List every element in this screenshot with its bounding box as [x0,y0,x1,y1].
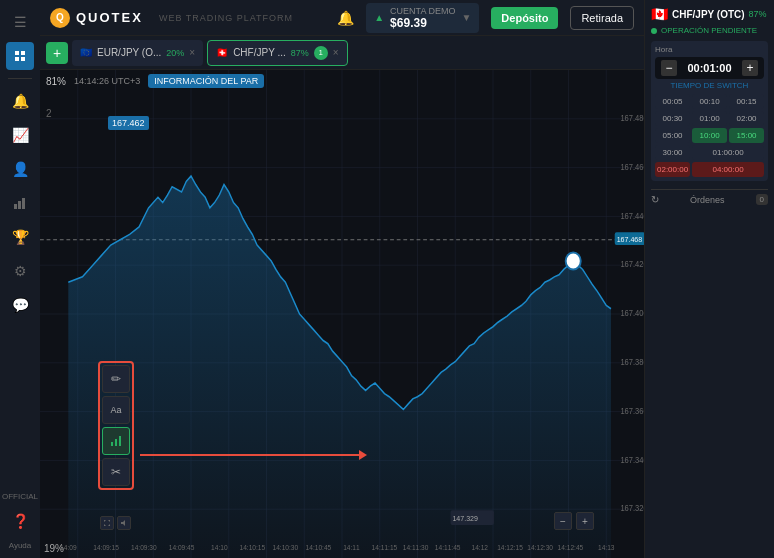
tab-eur-jpy[interactable]: 🇪🇺 EUR/JPY (O... 20% × [72,40,203,66]
time-section-label: Hora [655,45,764,54]
refresh-icon[interactable]: ↻ [651,194,659,205]
svg-text:14:09:15: 14:09:15 [93,543,119,550]
help-text: Ayuda [9,541,32,550]
orders-header: ↻ Órdenes 0 [651,194,768,205]
svg-text:167.340: 167.340 [620,455,644,465]
account-amount: $69.39 [390,16,455,30]
svg-text:14:12:15: 14:12:15 [497,543,523,550]
chart-info-bar: 81% 14:14:26 UTC+3 INFORMACIÓN DEL PAR [46,74,264,88]
time-grid: 00:05 00:10 00:15 00:30 01:00 02:00 05:0… [655,94,764,177]
time-btn-01-00-00[interactable]: 01:00:00 [692,145,764,160]
sidebar-user-icon[interactable]: 👤 [6,155,34,183]
svg-rect-65 [115,439,117,446]
sidebar-home-icon[interactable] [6,42,34,70]
bottom-pct: 19% [44,543,64,554]
chart-zoom-controls: − + [554,512,594,530]
account-label: CUENTA DEMO [390,6,455,16]
tab-eur-jpy-pct: 20% [166,48,184,58]
add-tab-button[interactable]: + [46,42,68,64]
tab-chf-jpy[interactable]: 🇨🇭 CHF/JPY ... 87% 1 × [207,40,347,66]
orders-label: Órdenes [690,195,725,205]
svg-text:14:11:45: 14:11:45 [435,543,461,550]
time-btn-02-00-00[interactable]: 02:00:00 [655,162,690,177]
svg-text:14:11:30: 14:11:30 [403,543,429,550]
sidebar-help-icon[interactable]: ❓ [6,507,34,535]
sidebar-chat-icon[interactable]: 💬 [6,291,34,319]
draw-tool-button[interactable]: ✏ [102,365,130,393]
text-tool-button[interactable]: Aa [102,396,130,424]
logo-icon: Q [50,8,70,28]
deposit-button[interactable]: Depósito [491,7,558,29]
time-btn-00-10[interactable]: 00:10 [692,94,727,109]
sidebar-chart-icon[interactable]: 📈 [6,121,34,149]
tabs-bar: + 🇪🇺 EUR/JPY (O... 20% × 🇨🇭 CHF/JPY ... … [40,36,644,70]
svg-rect-64 [111,442,113,446]
svg-text:14:11: 14:11 [343,543,360,550]
official-label: OFFICIAL [2,492,38,501]
svg-text:167.440: 167.440 [620,211,644,221]
time-btn-00-15[interactable]: 00:15 [729,94,764,109]
scissors-tool-button[interactable]: ✂ [102,458,130,486]
svg-rect-1 [21,51,25,55]
time-btn-04-00-00[interactable]: 04:00:00 [692,162,764,177]
time-btn-02-00[interactable]: 02:00 [729,111,764,126]
svg-text:167.380: 167.380 [620,358,644,368]
zoom-out-button[interactable]: − [554,512,572,530]
time-control: − 00:01:00 + [655,57,764,79]
pair-pct: 87% [749,9,767,19]
sidebar-trophy-icon[interactable]: 🏆 [6,223,34,251]
tab-eur-jpy-name: EUR/JPY (O... [97,47,161,58]
tab-chf-jpy-close[interactable]: × [333,47,339,58]
pending-dot [651,28,657,34]
svg-text:14:12:30: 14:12:30 [527,543,553,550]
withdraw-button[interactable]: Retirada [570,6,634,30]
svg-text:167.360: 167.360 [620,406,644,416]
time-btn-10-00[interactable]: 10:00 [692,128,727,143]
tab-chf-jpy-badge: 1 [314,46,328,60]
svg-text:167.468: 167.468 [617,234,643,244]
svg-text:14:10:45: 14:10:45 [306,543,332,550]
svg-rect-3 [21,57,25,61]
svg-rect-5 [18,201,21,209]
indicator-tool-button[interactable] [102,427,130,455]
sidebar-menu-icon[interactable]: ☰ [6,8,34,36]
pair-name: CHF/JPY (OTC) [672,9,745,20]
time-btn-00-30[interactable]: 00:30 [655,111,690,126]
svg-text:14:11:15: 14:11:15 [372,543,398,550]
time-btn-30-00[interactable]: 30:00 [655,145,690,160]
svg-text:167.320: 167.320 [620,504,644,514]
tab-eur-jpy-close[interactable]: × [189,47,195,58]
chart-svg: 167.480 167.460 167.440 167.420 167.400 … [40,70,644,558]
switch-label: TIEMPO DE SWITCH [655,81,764,90]
svg-marker-67 [121,520,125,526]
chart-info-box[interactable]: INFORMACIÓN DEL PAR [148,74,264,88]
orders-count: 0 [756,194,768,205]
zoom-in-button[interactable]: + [576,512,594,530]
account-widget[interactable]: ▲ CUENTA DEMO $69.39 ▼ [366,3,479,33]
time-btn-15-00[interactable]: 15:00 [729,128,764,143]
tab-chf-jpy-pct: 87% [291,48,309,58]
sidebar-bell-icon[interactable]: 🔔 [6,87,34,115]
time-minus-button[interactable]: − [661,60,677,76]
right-panel: 🇨🇦 CHF/JPY (OTC) 87% OPERACIÓN PENDIENTE… [644,0,774,558]
sidebar-settings-icon[interactable]: ⚙ [6,257,34,285]
fullscreen-icon[interactable] [100,516,114,530]
svg-rect-4 [14,204,17,209]
time-btn-01-00[interactable]: 01:00 [692,111,727,126]
price-overlay-label: 167.462 [108,116,149,130]
chart-container[interactable]: 81% 14:14:26 UTC+3 INFORMACIÓN DEL PAR 2… [40,70,644,558]
svg-text:14:10:15: 14:10:15 [240,543,266,550]
time-btn-00-05[interactable]: 00:05 [655,94,690,109]
svg-text:167.420: 167.420 [620,260,644,270]
sidebar-stats-icon[interactable] [6,189,34,217]
sound-icon[interactable] [117,516,131,530]
time-plus-button[interactable]: + [742,60,758,76]
tab-chf-jpy-name: CHF/JPY ... [233,47,286,58]
svg-text:14:10:30: 14:10:30 [273,543,299,550]
bell-icon[interactable]: 🔔 [337,10,354,26]
chart-timestamp: 14:14:26 UTC+3 [74,76,140,86]
brand-name: QUOTEX [76,10,143,25]
svg-text:167.400: 167.400 [620,309,644,319]
svg-marker-32 [68,176,611,558]
time-btn-05-00[interactable]: 05:00 [655,128,690,143]
